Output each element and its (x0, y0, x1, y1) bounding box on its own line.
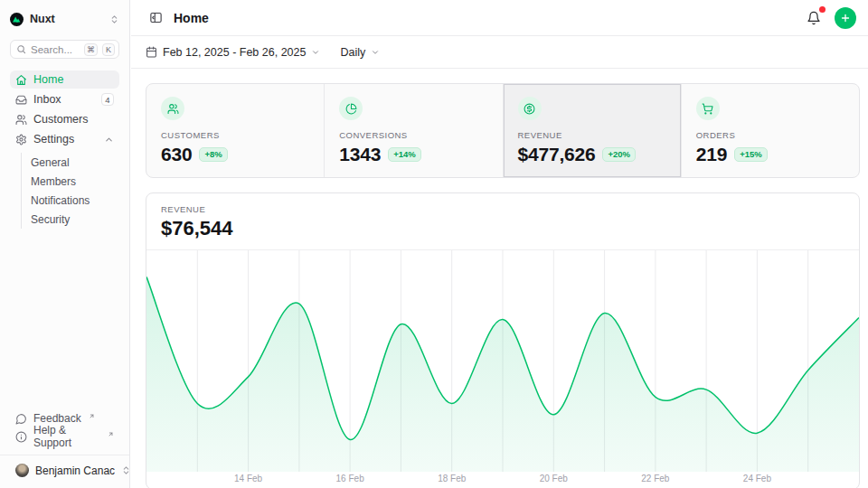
chevron-down-icon (311, 48, 320, 57)
revenue-chart-card: REVENUE $76,544 14 Feb16 Feb18 Feb20 Feb… (146, 192, 860, 488)
sidebar-item-label: Home (33, 73, 63, 86)
dollar-circle-icon (518, 97, 542, 120)
stat-card-revenue[interactable]: REVENUE $477,626 +20% (504, 84, 682, 177)
x-tick-label: 14 Feb (234, 474, 262, 483)
period-select[interactable]: Daily (340, 46, 380, 59)
header: Home (131, 0, 868, 36)
sidebar-item-general[interactable]: General (22, 153, 119, 172)
kbd-k: K (102, 43, 115, 56)
period-label: Daily (340, 46, 365, 59)
message-bubble-icon (15, 413, 27, 425)
stat-value: 630 (161, 144, 192, 165)
dashboard-content: CUSTOMERS 630 +8% CONVERSIONS 1343 +14% (131, 69, 868, 488)
sidebar-item-label: Inbox (33, 93, 61, 106)
kbd-cmd: ⌘ (84, 43, 98, 56)
sidebar-item-members[interactable]: Members (22, 172, 119, 191)
users-icon (15, 114, 27, 126)
date-range-label: Feb 12, 2025 - Feb 26, 2025 (163, 46, 306, 59)
x-tick-label: 18 Feb (438, 474, 466, 483)
panel-left-icon (149, 11, 163, 24)
x-tick-label: 16 Feb (336, 474, 364, 483)
chevrons-up-down-icon (109, 14, 119, 24)
home-icon (15, 74, 27, 86)
stat-card-customers[interactable]: CUSTOMERS 630 +8% (146, 84, 325, 177)
notification-dot (819, 6, 826, 13)
stat-delta-badge: +15% (734, 147, 768, 162)
stats-strip: CUSTOMERS 630 +8% CONVERSIONS 1343 +14% (146, 83, 860, 178)
info-circle-icon (15, 431, 27, 443)
bell-icon (807, 11, 821, 25)
chart-x-axis-labels: 14 Feb16 Feb18 Feb20 Feb22 Feb24 Feb (146, 471, 859, 488)
calendar-icon (146, 46, 157, 58)
sidebar-item-help-support[interactable]: Help & Support (10, 427, 119, 446)
stat-label: REVENUE (518, 130, 666, 140)
stat-delta-badge: +20% (602, 147, 636, 162)
stat-value: 1343 (339, 144, 381, 165)
stat-label: CONVERSIONS (339, 130, 487, 140)
external-link-icon (108, 431, 114, 437)
plus-icon (840, 13, 851, 23)
footer-item-label: Help & Support (33, 424, 100, 449)
chart-value: $76,544 (161, 217, 844, 240)
revenue-area-chart[interactable] (146, 249, 859, 471)
stat-label: ORDERS (696, 130, 844, 140)
stat-card-conversions[interactable]: CONVERSIONS 1343 +14% (325, 84, 503, 177)
collapse-sidebar-button[interactable] (146, 8, 165, 28)
sidebar-item-label: Settings (33, 133, 74, 145)
sidebar-spacer (10, 229, 119, 409)
sidebar-item-settings[interactable]: Settings (10, 130, 119, 148)
sidebar-item-home[interactable]: Home (10, 70, 119, 89)
inbox-icon (15, 94, 27, 106)
date-range-picker[interactable]: Feb 12, 2025 - Feb 26, 2025 (146, 46, 320, 59)
footer-item-label: Feedback (33, 412, 81, 425)
header-actions (804, 7, 856, 29)
settings-sub-list: General Members Notifications Security (21, 153, 119, 229)
sidebar: Nuxt ⌘ K Home Inbox 4 (0, 0, 130, 488)
workspace-name: Nuxt (30, 13, 103, 25)
sidebar-item-security[interactable]: Security (22, 210, 119, 229)
workspace-switcher[interactable]: Nuxt (10, 9, 119, 29)
chart-header: REVENUE $76,544 (146, 193, 859, 249)
search-input[interactable]: ⌘ K (10, 40, 119, 59)
chart-label: REVENUE (161, 204, 844, 214)
chevron-up-icon (104, 135, 114, 145)
stat-card-orders[interactable]: ORDERS 219 +15% (682, 84, 859, 177)
page-title: Home (174, 11, 209, 25)
external-link-icon (89, 413, 95, 419)
stat-delta-badge: +14% (388, 147, 421, 162)
sidebar-item-label: Customers (33, 113, 88, 126)
x-tick-label: 24 Feb (743, 474, 771, 483)
users-icon (161, 97, 184, 120)
nuxt-logo-icon (10, 13, 24, 26)
x-tick-label: 20 Feb (540, 474, 568, 483)
sidebar-item-customers[interactable]: Customers (10, 110, 119, 128)
sidebar-nav: Home Inbox 4 Customers Settings Genera (10, 70, 119, 229)
chevron-down-icon (371, 48, 380, 57)
filters-toolbar: Feb 12, 2025 - Feb 26, 2025 Daily (131, 36, 868, 69)
chevrons-up-down-icon (121, 465, 131, 475)
stat-label: CUSTOMERS (161, 130, 309, 140)
notifications-button[interactable] (804, 8, 824, 28)
main-area: Home Feb 12, 2025 - Feb 26, 2025 Daily (131, 0, 868, 488)
stat-delta-badge: +8% (199, 147, 227, 162)
inbox-count-badge: 4 (101, 93, 114, 106)
stat-value: $477,626 (518, 144, 596, 165)
user-name: Benjamin Canac (35, 465, 115, 477)
sidebar-item-notifications[interactable]: Notifications (22, 191, 119, 210)
add-button[interactable] (835, 7, 856, 29)
cart-icon (696, 97, 720, 120)
user-menu[interactable]: Benjamin Canac (10, 455, 119, 477)
chart-pie-icon (339, 97, 363, 120)
avatar (15, 464, 29, 477)
gear-icon (15, 134, 27, 145)
search-icon (16, 44, 26, 54)
sidebar-item-inbox[interactable]: Inbox 4 (10, 90, 119, 108)
x-tick-label: 22 Feb (641, 474, 669, 483)
stat-value: 219 (696, 144, 727, 165)
search-field[interactable] (31, 44, 80, 55)
